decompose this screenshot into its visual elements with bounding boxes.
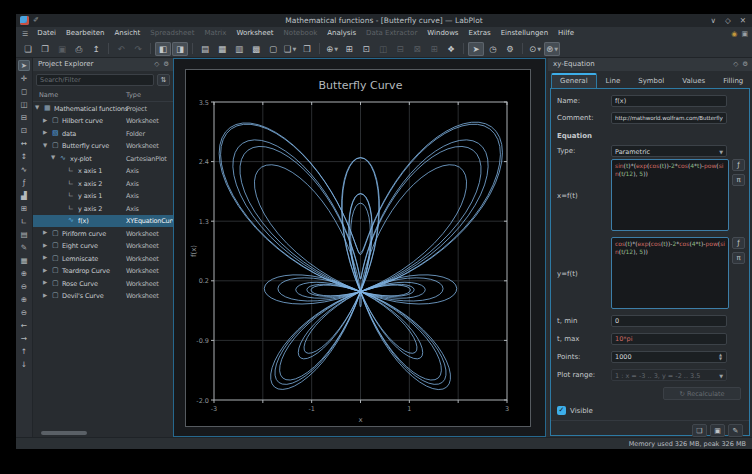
tab-filling[interactable]: Filling — [714, 73, 752, 89]
tmax-field[interactable] — [611, 333, 727, 345]
close-icon[interactable]: ✕ — [740, 14, 746, 27]
plot-zoom-x-select-button[interactable]: ◫ — [18, 99, 30, 110]
print-button[interactable]: ⎙ — [71, 42, 87, 56]
titlebar[interactable]: ✐ Mathematical functions - [Butterfly cu… — [16, 14, 752, 27]
filter-options-button[interactable]: ⇅ — [157, 74, 170, 86]
add-image-button[interactable]: ▦ — [18, 255, 30, 266]
tree-row-y-axis-1[interactable]: ∟y axis 1Axis — [33, 190, 173, 203]
tree-row-x-axis-2[interactable]: ∟x axis 2Axis — [33, 177, 173, 190]
constants-list-button[interactable]: π — [732, 252, 745, 264]
donate-icon[interactable]: ◉ — [731, 30, 737, 38]
add-text-label-button[interactable]: ✎ — [18, 242, 30, 253]
dock-float-icon[interactable]: ◇ — [154, 58, 159, 71]
template-save-button[interactable]: ▣ — [710, 424, 725, 437]
zoom-select-mode-button[interactable]: ⚙ — [502, 42, 518, 56]
menu-worksheet[interactable]: Worksheet — [231, 27, 278, 40]
expander-expand-icon[interactable]: ▶ — [43, 254, 47, 260]
worksheet-page[interactable]: -3-113-2.0-0.90.21.32.43.5Butterfly Curv… — [185, 69, 531, 427]
tree-row-f-x-[interactable]: ∿f(x)XYEquationCurve — [33, 215, 173, 228]
tab-general[interactable]: General — [551, 73, 597, 89]
menu-hilfe[interactable]: Hilfe — [553, 27, 579, 40]
template-edit-button[interactable]: ✎ — [728, 424, 743, 437]
tree-column-headers[interactable]: Name Type — [33, 90, 173, 102]
plot-crosshair-button[interactable]: ✛ — [18, 73, 30, 84]
x-equation-field[interactable]: sin(t)*(exp(cos(t))-2*cos(4*t)-pow(sin(t… — [611, 159, 729, 231]
project-explorer-header[interactable]: Project Explorer ◇ ⚙ — [33, 58, 173, 71]
points-spinbox[interactable] — [611, 351, 727, 363]
magnification-button[interactable]: ⊙▼ — [527, 42, 543, 56]
y-equation-field[interactable]: cos(t)*(exp(cos(t))-2*cos(4*t)-pow(sin(t… — [611, 237, 729, 309]
shift-left-x-button[interactable]: ← — [18, 320, 30, 331]
functions-list-button[interactable]: ƒ — [732, 237, 745, 249]
tmin-field[interactable] — [611, 315, 727, 327]
new-workbook-button[interactable]: ▦ — [214, 42, 230, 56]
template-load-button[interactable]: ❏ — [692, 424, 707, 437]
menu-einstellungen[interactable]: Einstellungen — [496, 27, 553, 40]
select-mode-button[interactable]: ➤ — [468, 42, 484, 56]
butterfly-plot[interactable]: -3-113-2.0-0.90.21.32.43.5Butterfly Curv… — [186, 70, 532, 428]
expander-expand-icon[interactable]: ▶ — [43, 229, 47, 235]
shift-up-y-button[interactable]: ↑ — [18, 346, 30, 357]
expander-expand-icon[interactable]: ▶ — [43, 279, 47, 285]
expander-collapse-icon[interactable]: ▼ — [43, 142, 47, 148]
maximize-icon[interactable]: ◇ — [725, 14, 731, 27]
presenter-mode-button[interactable]: ⊛▼ — [544, 42, 560, 56]
expander-collapse-icon[interactable]: ▼ — [35, 104, 39, 110]
column-name[interactable]: Name — [39, 91, 58, 99]
add-boxplot-button[interactable]: ⊞ — [18, 203, 30, 214]
shift-down-y-button[interactable]: ↓ — [18, 359, 30, 370]
horizontal-scrollbar[interactable] — [41, 431, 87, 435]
new-matrix-button[interactable]: ▩ — [248, 42, 264, 56]
fullscreen-button[interactable]: ❖ — [443, 42, 459, 56]
tree-row-eight-curve[interactable]: ▶▢Eight curveWorksheet — [33, 240, 173, 253]
worksheet-view[interactable]: -3-113-2.0-0.90.21.32.43.5Butterfly Curv… — [173, 58, 546, 437]
spinner-arrows[interactable]: ▲▼ — [716, 351, 725, 363]
tree-row-rose-curve[interactable]: ▶▢Rose CurveWorksheet — [33, 277, 173, 290]
zoom-mode-button[interactable]: ⊕▼ — [324, 42, 340, 56]
functions-list-button[interactable]: ƒ — [732, 159, 745, 171]
menu-analysis[interactable]: Analysis — [322, 27, 361, 40]
import-button[interactable]: ❒ — [299, 42, 315, 56]
dock-settings-icon[interactable]: ⚙ — [163, 58, 169, 71]
zoom-in-x-button[interactable]: ⊕ — [18, 268, 30, 279]
add-legend-button[interactable]: ▤ — [18, 229, 30, 240]
visible-checkbox[interactable]: ✓ — [557, 406, 566, 415]
new-notebook-button[interactable]: ❏▼ — [282, 42, 298, 56]
plot-auto-scale-x-button[interactable]: ↔ — [18, 138, 30, 149]
tree-row-xy-plot[interactable]: ▼∿xy-plotCartesianPlot — [33, 152, 173, 165]
tree-row-butterfly-curve[interactable]: ▼▢Butterfly curveWorksheet — [33, 140, 173, 153]
menu-windows[interactable]: Windows — [422, 27, 463, 40]
column-type[interactable]: Type — [126, 91, 141, 99]
navigate-mode-button[interactable]: ◷ — [485, 42, 501, 56]
toggle-project-explorer-button[interactable]: ◧ — [155, 42, 171, 56]
toggle-properties-button[interactable]: ◨ — [172, 42, 188, 56]
comment-field[interactable] — [611, 112, 727, 124]
dock-float-icon[interactable]: ◇ — [733, 58, 738, 71]
new-folder-button[interactable]: ▤ — [197, 42, 213, 56]
menu-ansicht[interactable]: Ansicht — [109, 27, 145, 40]
hamburger-icon[interactable]: ☰ — [18, 30, 32, 38]
dock-settings-icon[interactable]: ⚙ — [742, 58, 748, 71]
properties-header[interactable]: xy-Equation ◇ ⚙ — [548, 58, 752, 71]
zoom-out-y-button[interactable]: ⊖ — [18, 307, 30, 318]
tree-row-hilbert-curve[interactable]: ▶▢Hilbert curveWorksheet — [33, 115, 173, 128]
add-curve-button[interactable]: ∿ — [18, 164, 30, 175]
new-worksheet-button[interactable]: ▢ — [265, 42, 281, 56]
plot-zoom-y-select-button[interactable]: ⊟ — [18, 112, 30, 123]
tree-row-devil-s-curve[interactable]: ▶▢Devil's CurveWorksheet — [33, 290, 173, 303]
menu-bearbeiten[interactable]: Bearbeiten — [61, 27, 109, 40]
zoom-original-button[interactable]: ⊡ — [358, 42, 374, 56]
zoom-in-y-button[interactable]: ⊕ — [18, 294, 30, 305]
tree-row-y-axis-2[interactable]: ∟y axis 2Axis — [33, 202, 173, 215]
expander-expand-icon[interactable]: ▶ — [43, 242, 47, 248]
constants-list-button[interactable]: π — [732, 174, 745, 186]
expander-collapse-icon[interactable]: ▼ — [51, 154, 55, 160]
plot-auto-scale-y-button[interactable]: ↕ — [18, 151, 30, 162]
tab-values[interactable]: Values — [673, 73, 714, 89]
zoom-out-x-button[interactable]: ⊖ — [18, 281, 30, 292]
export-button[interactable]: ↥ — [88, 42, 104, 56]
name-field[interactable] — [611, 95, 727, 107]
minimize-icon[interactable]: ∨ — [710, 14, 716, 27]
tab-symbol[interactable]: Symbol — [629, 73, 673, 89]
add-equation-curve-button[interactable]: ƒ — [18, 177, 30, 188]
